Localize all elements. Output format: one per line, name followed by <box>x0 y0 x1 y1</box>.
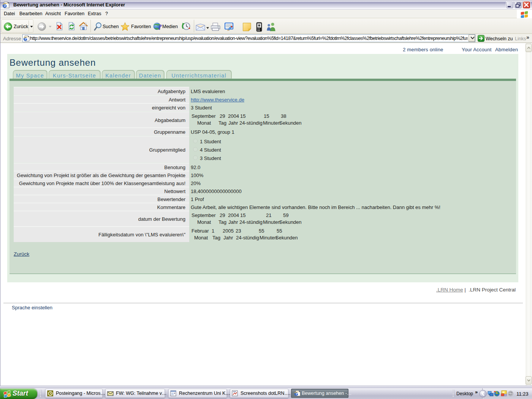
svg-text:»: » <box>526 35 529 40</box>
